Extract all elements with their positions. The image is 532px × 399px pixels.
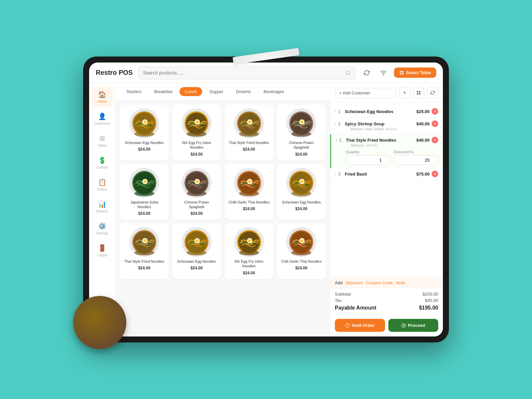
product-name: Schezwan Egg Noodles [282,200,321,204]
product-image [129,227,159,257]
wifi-icon-btn[interactable] [377,67,389,79]
product-card[interactable]: Stir Egg Fry Udon Noodles $24.00 [224,223,274,279]
quantity-input[interactable] [346,155,390,165]
settings-icon: ⚙️ [98,222,106,230]
tab-breakfast[interactable]: Breakfast [149,87,178,96]
order-item-row: › 3 Fried Basil $75.00 ✕ [335,171,438,177]
svg-rect-104 [419,91,420,92]
item-remove-button[interactable]: ✕ [432,120,438,127]
hold-icon [345,323,350,328]
item-remove-button[interactable]: ✕ [432,108,438,115]
tab-deserts[interactable]: Deserts [231,87,256,96]
header: Restro POS Select Table [89,63,443,83]
product-image [182,108,211,138]
product-name: Stir Egg Fry Udon Noodles [228,259,270,269]
svg-rect-105 [417,93,418,94]
sidebar-item-cashier[interactable]: 💲 Cashier [91,152,113,173]
product-name: Schezwan Egg Noodles [125,140,164,145]
quantity-label: Quantity [346,150,390,154]
product-card[interactable]: Thai Style Fried Noodles $24.00 [224,104,274,161]
refresh-order-button[interactable] [427,87,438,98]
hold-order-button[interactable]: Hold Order [335,319,385,332]
svg-point-78 [134,250,154,255]
discount-action[interactable]: Discount [346,280,363,285]
order-item: › 3 Fried Basil $75.00 ✕ [330,168,443,180]
sidebar-item-settings[interactable]: ⚙️ Settings [91,218,113,239]
item-name: Thai Style Fried Noodles [346,138,414,143]
product-name: Schezwan Egg Noodles [177,259,216,264]
proceed-label: Proceed [408,323,425,328]
sidebar-label-home: Home [98,100,107,103]
item-remove-button[interactable]: ✕ [432,137,438,143]
item-expand-chevron[interactable]: › [335,121,336,126]
svg-point-83 [196,239,199,242]
coupon-action[interactable]: Coupon Code [366,280,393,285]
order-item-row: › 2 Spicy Shrimp Soup $40.00 ✕ [335,120,438,127]
svg-rect-6 [402,73,403,74]
svg-point-35 [300,120,304,124]
svg-point-22 [187,131,206,137]
refresh-icon-btn[interactable] [361,67,373,79]
proceed-button[interactable]: Proceed [388,319,439,332]
product-grid: Schezwan Egg Noodles $24.00 [116,100,330,336]
add-customer-button[interactable]: + Add Customer [335,88,396,98]
tab-supper[interactable]: Supper [204,87,229,96]
product-card[interactable]: Chinese Prawn Spaghetti $24.00 [172,164,221,220]
grid-view-button[interactable] [413,87,424,98]
totals-section: Subtotal $200.00 Tax $45.00 Payable Amou… [330,288,443,316]
svg-point-94 [239,250,259,255]
tab-lunch[interactable]: Lunch [180,87,202,96]
sidebar-item-home[interactable]: 🏠 Home [91,86,113,107]
search-input[interactable] [143,70,343,75]
product-card[interactable]: Chinese Prawn Spaghetti $24.00 [277,104,326,161]
product-card[interactable]: Schezwan Egg Noodles $24.00 [120,104,169,161]
add-item-button[interactable]: + [399,87,410,98]
search-bar[interactable] [138,66,355,79]
product-card[interactable]: Schezwan Egg Noodles $24.00 [277,164,326,220]
product-card[interactable]: Stir Egg Fry Udon Noodles $24.00 [172,104,221,161]
product-card[interactable]: Japaneese Soba Noodles $24.00 [120,164,169,220]
discount-input[interactable] [394,155,438,165]
sidebar-item-tables[interactable]: ⊞ Tables [91,130,113,151]
home-icon: 🏠 [98,90,106,98]
item-price: $25.00 [416,109,430,114]
refresh-icon [430,90,435,95]
tab-starters[interactable]: Starters [121,87,147,96]
product-price: $24.00 [295,206,308,211]
item-quantity-label: 1 [339,138,344,143]
svg-point-43 [143,180,147,183]
add-discount-row: Add Discount Coupon Code Note [330,277,443,288]
product-card[interactable]: Schezwan Egg Noodles $24.00 [172,223,221,279]
product-image [129,108,159,138]
item-quantity-label: 2 [338,121,343,126]
order-actions: Hold Order Proceed [330,316,443,336]
sidebar-item-orders[interactable]: 📋 Orders [91,174,113,195]
product-card[interactable]: Chilli Garlic Thai Noodles $24.00 [224,164,274,220]
table-grid-icon [399,70,404,75]
product-card[interactable]: Thai Style Fried Noodles $24.00 [120,223,169,279]
customers-icon: 👤 [98,112,106,120]
sidebar-item-customers[interactable]: 👤 Customers [91,108,113,129]
product-image [129,168,159,198]
item-expand-chevron[interactable]: › [335,109,336,114]
product-card[interactable]: Chili Garlic Thai Noodles $24.00 [277,223,326,279]
select-table-button[interactable]: Select Table [394,67,436,78]
order-header: + Add Customer + [330,83,443,103]
sidebar-item-reports[interactable]: 📊 Reports [91,196,113,217]
item-name: Fried Basil [345,172,414,177]
item-expand-chevron[interactable]: › [334,139,339,141]
orders-icon: 📋 [98,178,106,186]
svg-line-1 [349,73,350,74]
item-remove-button[interactable]: ✕ [432,171,438,177]
sidebar-item-logout[interactable]: 🚪 Logout [91,240,113,261]
item-expand-chevron[interactable]: › [335,172,336,176]
subtotal-row: Subtotal $200.00 [335,292,438,297]
note-action[interactable]: Note [396,280,405,285]
product-price: $24.00 [191,211,203,216]
item-quantity-label: 1 [338,109,343,114]
tab-beverages[interactable]: Beverages [258,87,290,96]
product-price: $24.00 [138,147,150,152]
wifi-icon [380,69,387,76]
proceed-icon [401,323,406,328]
product-price: $24.00 [138,266,150,270]
